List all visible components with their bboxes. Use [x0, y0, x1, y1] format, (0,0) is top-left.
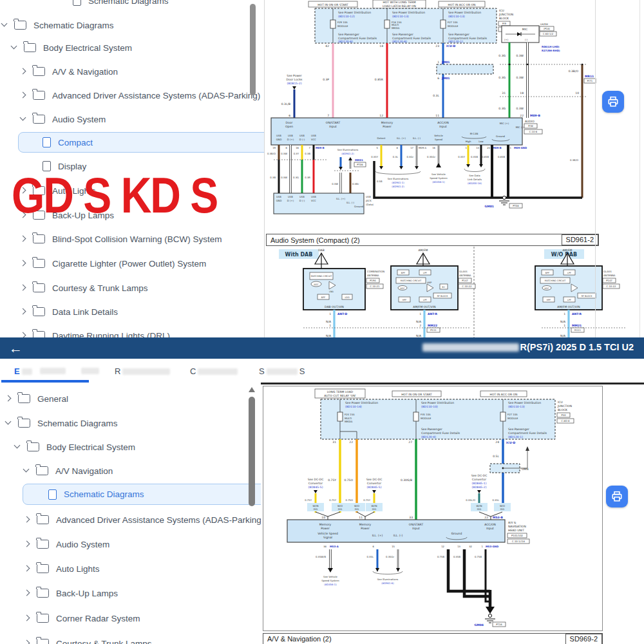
diagram-text: USB	[366, 195, 371, 198]
diagram-text: M09-B	[530, 114, 541, 117]
diagram-text: D (+)	[287, 199, 294, 202]
diagram-text: NAVIGATION	[508, 525, 526, 528]
diagram-text: N/A	[326, 320, 332, 323]
print-button-top[interactable]	[602, 91, 624, 113]
diagram-text: ANT-R	[572, 312, 582, 316]
tree-item-compact-selected[interactable]: Compact	[18, 132, 270, 153]
scroll-up-arrow[interactable]	[249, 387, 255, 392]
diagram-text: C.10-22	[462, 285, 472, 288]
diagram-text: 7	[327, 114, 329, 117]
tree-item-schematic-diagrams[interactable]: Schematic Diagrams	[1, 17, 114, 33]
tree-item-adas[interactable]: Advanced Driver Assistance Systems (ADAS…	[24, 511, 264, 528]
diagram-text: 0.3G	[498, 54, 506, 57]
diagram-text: JUNCTION	[557, 404, 572, 408]
tree-item-general[interactable]: General	[5, 390, 68, 407]
diagram-text: C.60-1/2	[543, 32, 554, 35]
diagram-text: LDO	[345, 296, 349, 299]
tree-item-adas[interactable]: Advanced Driver Assistance Systems (ADAS…	[20, 87, 260, 104]
tab-3[interactable]: R	[115, 366, 170, 376]
tree-item-body-electrical[interactable]: Body Electrical System	[14, 439, 135, 455]
diagram-text: MATCHING CIRCUIT	[545, 279, 566, 282]
diagram-text: DAB OUT/VIN	[325, 305, 344, 308]
icu-junction-label: ICU JUNCTION BLOCK P30 C.8D-8	[557, 401, 574, 423]
diagram-text: Low	[478, 140, 483, 143]
folder-icon	[18, 394, 30, 403]
tree-item-schematic-diagrams[interactable]: Schematic Diagrams	[5, 415, 118, 431]
diagram-text: (8D941-2)	[392, 185, 404, 188]
diagram-text: (+)	[504, 38, 509, 41]
diagram-text: MEDIA	[392, 26, 400, 30]
tab-2[interactable]	[81, 368, 99, 374]
tree-item-schematic-selected[interactable]: Schematic Diagrams	[23, 484, 268, 505]
tree-item-auto-lights[interactable]: Auto Lights	[24, 560, 100, 577]
diagram-text: 0.35B	[471, 155, 478, 158]
diagram-text: LPF	[423, 299, 427, 301]
diagram-text: F27 10A	[507, 413, 518, 416]
wire-labels-upper: 42 0.3P 7 14 0.85R 12 23 ICU-D 1 JM01 6 …	[281, 44, 456, 117]
section-title: Audio System (Compact) (2)	[267, 236, 562, 244]
tree-item-audio-system[interactable]: Audio System	[20, 111, 106, 128]
diagram-text: BPF	[401, 272, 405, 274]
tab-0[interactable]: E	[14, 366, 32, 376]
diagram-code: SD961-2	[562, 234, 598, 245]
diagram-text: Convertor	[472, 478, 487, 481]
diagram-text: 1	[510, 146, 512, 149]
diagram-text: 1	[564, 324, 565, 327]
diagram-text: HOT IN ACC OR ON	[448, 3, 476, 6]
tree-item-courtesy-trunk[interactable]: Courtesy & Trunk Lamps	[20, 279, 148, 296]
diagram-text: GM01	[485, 205, 494, 208]
scrollbar-top[interactable]	[250, 4, 256, 95]
tree-item-backup-lamps[interactable]: Back-Up Lamps	[24, 585, 118, 601]
vehicle-title-text: R(PS7i) 2025 D 1.5 TCI U2	[520, 342, 634, 352]
tab-1[interactable]	[40, 368, 66, 374]
tree-item-cut[interactable]: Schematic Diagrams	[73, 0, 169, 9]
tree-item-audio-system[interactable]: Audio System	[24, 536, 109, 553]
diagram-text: 0.3W	[516, 54, 524, 57]
diagram-text: 0.75Y	[305, 498, 312, 502]
diagram-text: ANT-R	[428, 312, 438, 316]
diagram-text: P147	[462, 279, 468, 282]
diagram-text: M09-GND	[514, 146, 527, 149]
tree-item-bcw[interactable]: Blind-Spot Collision Warning (BCW) Syste…	[20, 231, 222, 247]
diagram-text: 16	[296, 146, 299, 149]
power-source-labels: LONG TERM LOAD AUTO CUT RELAY 'ON' HOT I…	[315, 389, 527, 398]
tree-item-data-link[interactable]: Data Link Details	[20, 303, 118, 320]
tab-4[interactable]: C	[190, 366, 238, 376]
print-button-bottom[interactable]	[606, 486, 628, 507]
diagram-text: 32	[469, 545, 472, 548]
diagram-text: JACK	[365, 199, 372, 202]
diagram-text: W/IN	[477, 504, 482, 507]
diagram-text: 14	[379, 44, 383, 48]
diagram-text: 12	[441, 545, 444, 548]
antenna-wire-labels: 1 ANT-D 1 ANT-R 1 ANT-R N/A N/A N/A 1 2 …	[326, 312, 584, 337]
tree-item-body-electrical[interactable]: Body Electrical System	[11, 39, 132, 56]
diagram-text: MM21	[572, 324, 582, 327]
tree-item-cigarette-lighter[interactable]: Cigarette Lighter (Power Outlet) System	[20, 255, 206, 272]
tree-item-av-navigation[interactable]: A/V Navigation	[23, 462, 113, 479]
diagram-text: ACC/ON	[484, 523, 496, 526]
tree-item-courtesy-trunk[interactable]: Courtesy & Trunk Lamps	[24, 635, 152, 644]
glass-antenna-label-right: GLASS ANTENNA P147 C.10-22	[603, 270, 620, 289]
diagram-text: 10	[575, 91, 579, 95]
diagram-text: 0.85B	[482, 155, 489, 158]
diagram-text: 6	[286, 146, 288, 149]
diagram-text: ILL. (+)	[336, 197, 345, 200]
diagram-text: USB	[276, 134, 281, 137]
diagram-text: 1	[419, 312, 421, 316]
diagram-text: LPF	[567, 299, 571, 301]
usb-jack-box: USB GND USB D (+) USB D (-) USB VCC ILL.…	[274, 193, 374, 214]
diagram-text: P/W	[528, 124, 533, 128]
scrollbar-bottom[interactable]	[249, 397, 255, 506]
tab-5[interactable]: S S	[259, 366, 305, 376]
diagram-text: MIC	[522, 28, 527, 31]
diagram-text: M53-B	[493, 516, 504, 519]
folder-icon	[36, 466, 48, 475]
tree-item-corner-radar[interactable]: Corner Radar System	[24, 610, 140, 627]
tree-item-av-navigation[interactable]: A/V & Navigation	[20, 63, 118, 80]
diagram-text: ISG	[477, 507, 482, 511]
diagram-text: 6	[437, 77, 439, 80]
diagram-text: AMP	[427, 281, 431, 284]
diagram-text: 1	[564, 312, 565, 316]
diagram-text: See Illuminations	[377, 578, 399, 581]
back-arrow-icon[interactable]: ←	[9, 341, 23, 355]
